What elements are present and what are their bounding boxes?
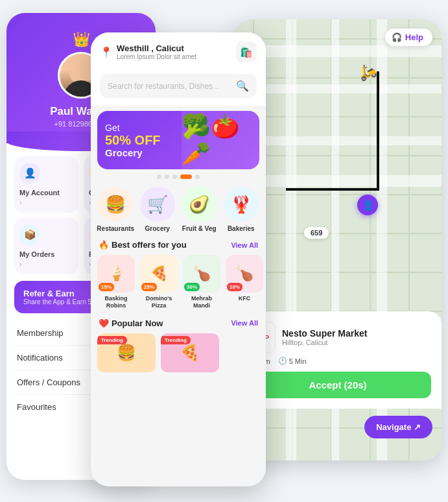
food-header: 📍 Westhill , Calicut Lorem Ipsum Dolor s… [91, 32, 266, 69]
trending-badge-2: Trending [161, 336, 191, 344]
dot-2 [165, 174, 169, 179]
dot-1 [157, 174, 161, 179]
categories-row: 🍔 Restaurants 🛒 Grocery 🥑 Fruit & Veg 🦞 … [91, 184, 266, 237]
account-label: My Account [19, 189, 60, 197]
arrow-icon: › [19, 199, 21, 206]
cart-button[interactable]: 🛍️ [236, 42, 257, 62]
store-header: NESTO Nesto Super Market Hilltop, Calicu… [244, 322, 431, 353]
popular-now-header: ❤️ Popular Now View All [91, 316, 266, 333]
offer-badge-3: 30% [184, 283, 200, 291]
promo-text: Get 50% OFF Grocery [105, 123, 161, 158]
offer-mehrab[interactable]: 🍗 30% Mehrab Mandi [183, 255, 220, 309]
offer-dominos[interactable]: 🍕 25% Domino's Pizza [140, 255, 178, 309]
grocery-label: Grocery [145, 225, 170, 232]
orders-icon: 📦 [19, 224, 40, 245]
headset-icon: 🎧 [392, 32, 402, 42]
search-bar: Search for restaurants, Dishes... 🔍 [91, 69, 266, 106]
category-bakeries[interactable]: 🦞 Bakeries [220, 187, 263, 232]
offer-img-3: 🍗 30% [183, 255, 220, 293]
distance-badge: 659 [304, 227, 329, 239]
location-text: Westhill , Calicut Lorem Ipsum Dolor sit… [117, 43, 196, 60]
heart-icon: ❤️ [99, 318, 109, 328]
account-icon: 👤 [19, 163, 40, 184]
offer-name-4: KFC [226, 295, 263, 302]
offer-kfc[interactable]: 🍗 10% KFC [226, 255, 263, 309]
popular-view-all[interactable]: View All [231, 319, 258, 327]
best-offers-view-all[interactable]: View All [231, 241, 258, 249]
grocery-icon-wrap: 🛒 [140, 187, 175, 222]
offer-name-3: Mehrab Mandi [183, 295, 220, 309]
fruit-veg-icon-wrap: 🥑 [182, 187, 217, 222]
popular-img-1: 🍔 Trending [97, 333, 156, 372]
offer-img-4: 🍗 10% [226, 255, 263, 293]
my-account-card[interactable]: 👤 My Account › [14, 156, 78, 213]
search-placeholder: Search for restaurants, Dishes... [108, 82, 219, 91]
category-fruit-veg[interactable]: 🥑 Fruit & Veg [178, 187, 220, 232]
store-location: Hilltop, Calicut [282, 339, 367, 346]
clock-icon: 🕐 [278, 357, 287, 365]
offer-name-1: Basking Robins [97, 295, 135, 309]
store-name: Nesto Super Market [282, 328, 367, 339]
popular-item-2[interactable]: 🍕 Trending [161, 333, 219, 372]
popular-img-2: 🍕 Trending [161, 333, 219, 372]
location-info[interactable]: 📍 Westhill , Calicut Lorem Ipsum Dolor s… [100, 43, 196, 60]
navigate-button[interactable]: Navigate ↗ [364, 416, 432, 438]
offer-badge-4: 10% [227, 283, 242, 291]
promo-get: Get [105, 123, 161, 133]
orders-label: My Orders [19, 250, 54, 258]
city-name: Westhill , Calicut [117, 43, 196, 53]
offer-badge-1: 15% [99, 283, 114, 291]
best-offers-title: 🔥 Best offers for you [99, 240, 187, 250]
fire-icon: 🔥 [99, 240, 109, 250]
popular-row: 🍔 Trending 🍕 Trending [91, 333, 266, 372]
location-pin-icon: 📍 [100, 46, 113, 58]
restaurants-icon-wrap: 🍔 [98, 187, 133, 222]
help-button[interactable]: 🎧 Help [385, 29, 432, 46]
promo-banner: Get 50% OFF Grocery 🥦🍅🥕 [97, 111, 259, 169]
offer-img-2: 🍕 25% [140, 255, 178, 293]
bakeries-icon-wrap: 🦞 [224, 187, 259, 222]
category-grocery[interactable]: 🛒 Grocery [137, 187, 179, 232]
category-restaurants[interactable]: 🍔 Restaurants [95, 187, 137, 232]
popular-now-title: ❤️ Popular Now [99, 318, 163, 328]
route-line-h [286, 188, 379, 191]
promo-image: 🥦🍅🥕 [182, 111, 259, 169]
store-meta: 📍 3Km 🕐 5 Min [244, 357, 431, 365]
food-app-screen: 📍 Westhill , Calicut Lorem Ipsum Dolor s… [91, 32, 266, 486]
promo-off: 50% OFF [105, 133, 161, 147]
fruit-veg-label: Fruit & Veg [182, 225, 217, 232]
offer-basking-robins[interactable]: 🍦 15% Basking Robins [97, 255, 135, 309]
arrow-icon: › [19, 261, 21, 268]
best-offers-header: 🔥 Best offers for you View All [91, 237, 266, 255]
restaurants-label: Restaurants [97, 225, 134, 232]
search-icon: 🔍 [236, 80, 249, 92]
popular-item-1[interactable]: 🍔 Trending [97, 333, 156, 372]
accept-button[interactable]: Accept (20s) [244, 372, 431, 398]
user-location-pin: 👤 [357, 195, 378, 215]
my-orders-card[interactable]: 📦 My Orders › [14, 218, 78, 274]
dot-4-active [180, 174, 192, 179]
offer-badge-2: 25% [141, 283, 157, 291]
dot-3 [172, 174, 177, 179]
bakeries-label: Bakeries [228, 225, 255, 232]
dot-5 [195, 174, 200, 179]
offers-row: 🍦 15% Basking Robins 🍕 25% Domino's Pizz… [91, 255, 266, 316]
store-info: Nesto Super Market Hilltop, Calicut [282, 328, 367, 346]
offer-name-2: Domino's Pizza [140, 295, 178, 309]
time-info: 🕐 5 Min [278, 357, 307, 365]
trending-badge-1: Trending [97, 336, 127, 344]
route-line-v [377, 71, 379, 188]
promo-label: Grocery [105, 147, 161, 158]
offer-img-1: 🍦 15% [97, 255, 135, 293]
scooter-icon: 🛵 [356, 61, 378, 83]
banner-dots [91, 174, 266, 179]
location-subtitle: Lorem Ipsum Dolor sit amet [117, 53, 196, 60]
search-input-area[interactable]: Search for restaurants, Dishes... 🔍 [100, 74, 257, 98]
